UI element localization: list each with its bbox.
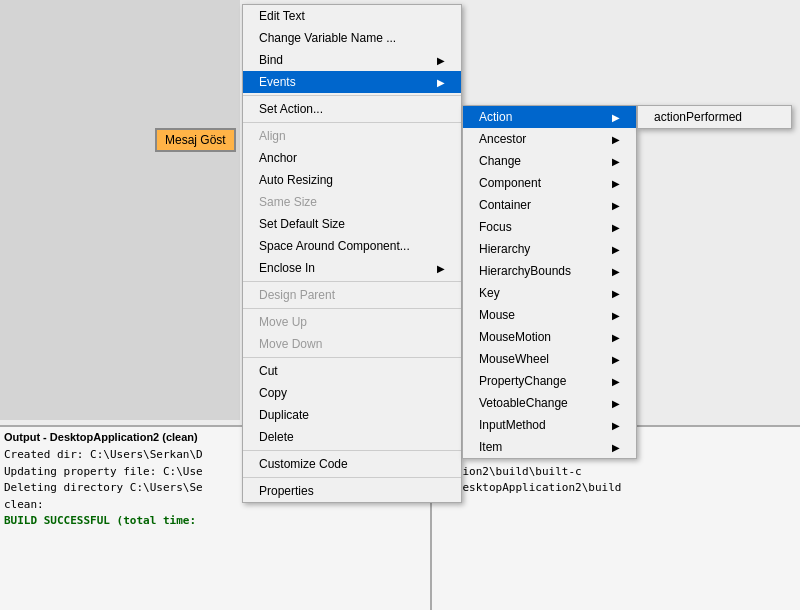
- cm2-item-label-5: Focus: [479, 220, 512, 234]
- cm1-separator-26: [243, 477, 461, 478]
- cm2-item-focus[interactable]: Focus▶: [463, 216, 636, 238]
- cm1-item-auto-resizing[interactable]: Auto Resizing: [243, 169, 461, 191]
- cm1-item-anchor[interactable]: Anchor: [243, 147, 461, 169]
- cm2-item-hierarchybounds[interactable]: HierarchyBounds▶: [463, 260, 636, 282]
- cm1-item-label-17: Move Up: [259, 315, 307, 329]
- cm1-item-label-11: Set Default Size: [259, 217, 345, 231]
- cm1-item-label-1: Change Variable Name ...: [259, 31, 396, 45]
- context-menu-1: Edit TextChange Variable Name ...Bind▶Ev…: [242, 4, 462, 503]
- cm2-item-arrow-7: ▶: [612, 266, 620, 277]
- cm1-item-label-12: Space Around Component...: [259, 239, 410, 253]
- cm1-item-move-down: Move Down: [243, 333, 461, 355]
- cm2-item-label-9: Mouse: [479, 308, 515, 322]
- cm2-item-label-12: PropertyChange: [479, 374, 566, 388]
- cm2-item-arrow-5: ▶: [612, 222, 620, 233]
- design-canvas: [0, 0, 240, 420]
- cm2-item-label-1: Ancestor: [479, 132, 526, 146]
- cm2-item-key[interactable]: Key▶: [463, 282, 636, 304]
- cm1-item-label-8: Anchor: [259, 151, 297, 165]
- cm2-item-item[interactable]: Item▶: [463, 436, 636, 458]
- context-menu-3: actionPerformed: [637, 105, 792, 129]
- cm2-item-component[interactable]: Component▶: [463, 172, 636, 194]
- cm2-item-propertychange[interactable]: PropertyChange▶: [463, 370, 636, 392]
- cm2-item-label-7: HierarchyBounds: [479, 264, 571, 278]
- cm1-separator-6: [243, 122, 461, 123]
- cm1-item-label-25: Customize Code: [259, 457, 348, 471]
- cm1-item-move-up: Move Up: [243, 311, 461, 333]
- cm1-item-bind[interactable]: Bind▶: [243, 49, 461, 71]
- cm2-item-label-4: Container: [479, 198, 531, 212]
- cm2-item-mouse[interactable]: Mouse▶: [463, 304, 636, 326]
- cm2-item-change[interactable]: Change▶: [463, 150, 636, 172]
- cm1-item-delete[interactable]: Delete: [243, 426, 461, 448]
- cm1-item-label-5: Set Action...: [259, 102, 323, 116]
- cm2-item-arrow-4: ▶: [612, 200, 620, 211]
- cm1-item-label-20: Cut: [259, 364, 278, 378]
- tasks-line-2: ts\DesktopApplication2\build: [436, 480, 796, 497]
- cm1-item-same-size: Same Size: [243, 191, 461, 213]
- cm2-item-container[interactable]: Container▶: [463, 194, 636, 216]
- cm2-item-label-3: Component: [479, 176, 541, 190]
- cm1-item-label-23: Delete: [259, 430, 294, 444]
- cm2-item-arrow-1: ▶: [612, 134, 620, 145]
- cm1-item-label-27: Properties: [259, 484, 314, 498]
- cm2-item-arrow-12: ▶: [612, 376, 620, 387]
- cm1-item-space-around-component...[interactable]: Space Around Component...: [243, 235, 461, 257]
- cm2-item-arrow-2: ▶: [612, 156, 620, 167]
- cm1-separator-24: [243, 450, 461, 451]
- cm3-item-actionperformed[interactable]: actionPerformed: [638, 106, 791, 128]
- cm1-item-label-3: Events: [259, 75, 296, 89]
- cm1-item-events[interactable]: Events▶: [243, 71, 461, 93]
- cm1-item-enclose-in[interactable]: Enclose In▶: [243, 257, 461, 279]
- cm2-item-vetoablechange[interactable]: VetoableChange▶: [463, 392, 636, 414]
- cm1-item-label-22: Duplicate: [259, 408, 309, 422]
- cm1-item-properties[interactable]: Properties: [243, 480, 461, 502]
- cm2-item-label-14: InputMethod: [479, 418, 546, 432]
- cm1-item-label-21: Copy: [259, 386, 287, 400]
- canvas-button[interactable]: Mesaj Göst: [155, 128, 236, 152]
- cm1-item-copy[interactable]: Copy: [243, 382, 461, 404]
- cm2-item-label-8: Key: [479, 286, 500, 300]
- cm2-item-label-10: MouseMotion: [479, 330, 551, 344]
- cm2-item-hierarchy[interactable]: Hierarchy▶: [463, 238, 636, 260]
- cm2-item-arrow-13: ▶: [612, 398, 620, 409]
- cm1-item-label-15: Design Parent: [259, 288, 335, 302]
- cm2-item-arrow-8: ▶: [612, 288, 620, 299]
- cm2-item-label-6: Hierarchy: [479, 242, 530, 256]
- cm2-item-arrow-3: ▶: [612, 178, 620, 189]
- cm2-item-mousemotion[interactable]: MouseMotion▶: [463, 326, 636, 348]
- cm2-item-arrow-11: ▶: [612, 354, 620, 365]
- cm2-item-mousewheel[interactable]: MouseWheel▶: [463, 348, 636, 370]
- cm2-item-arrow-9: ▶: [612, 310, 620, 321]
- cm1-item-arrow-2: ▶: [437, 55, 445, 66]
- cm2-item-arrow-10: ▶: [612, 332, 620, 343]
- cm2-item-ancestor[interactable]: Ancestor▶: [463, 128, 636, 150]
- context-menu-2: Action▶Ancestor▶Change▶Component▶Contain…: [462, 105, 637, 459]
- cm2-item-arrow-15: ▶: [612, 442, 620, 453]
- cm1-item-set-action...[interactable]: Set Action...: [243, 98, 461, 120]
- cm1-item-label-13: Enclose In: [259, 261, 315, 275]
- cm1-item-arrow-3: ▶: [437, 77, 445, 88]
- cm2-item-arrow-6: ▶: [612, 244, 620, 255]
- cm1-item-customize-code[interactable]: Customize Code: [243, 453, 461, 475]
- cm1-item-edit-text[interactable]: Edit Text: [243, 5, 461, 27]
- cm2-item-label-15: Item: [479, 440, 502, 454]
- cm2-item-arrow-14: ▶: [612, 420, 620, 431]
- cm1-item-duplicate[interactable]: Duplicate: [243, 404, 461, 426]
- cm2-item-label-2: Change: [479, 154, 521, 168]
- cm1-item-set-default-size[interactable]: Set Default Size: [243, 213, 461, 235]
- cm2-item-label-13: VetoableChange: [479, 396, 568, 410]
- cm1-separator-4: [243, 95, 461, 96]
- cm2-item-action[interactable]: Action▶: [463, 106, 636, 128]
- cm1-item-label-0: Edit Text: [259, 9, 305, 23]
- cm3-item-label-0: actionPerformed: [654, 110, 742, 124]
- cm1-item-label-10: Same Size: [259, 195, 317, 209]
- cm1-item-align: Align: [243, 125, 461, 147]
- cm1-item-arrow-13: ▶: [437, 263, 445, 274]
- cm1-item-change-variable-name-...[interactable]: Change Variable Name ...: [243, 27, 461, 49]
- tasks-line-1: .cation2\build\built-c: [436, 464, 796, 481]
- cm1-item-cut[interactable]: Cut: [243, 360, 461, 382]
- cm1-item-label-7: Align: [259, 129, 286, 143]
- cm1-item-label-18: Move Down: [259, 337, 322, 351]
- cm2-item-inputmethod[interactable]: InputMethod▶: [463, 414, 636, 436]
